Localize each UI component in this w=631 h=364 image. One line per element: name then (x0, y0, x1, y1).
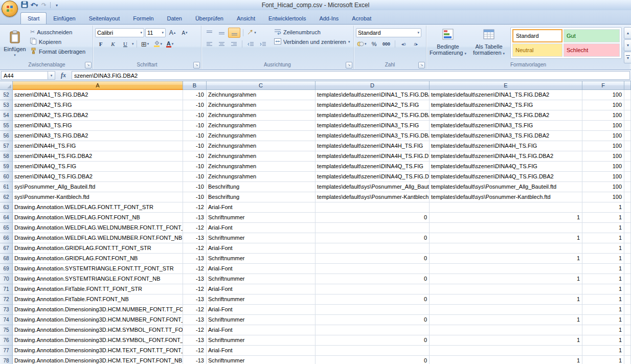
cell[interactable]: -10 (183, 192, 207, 202)
dialog-launcher-icon[interactable]: ↘ (346, 62, 352, 69)
cell[interactable]: -13 (183, 254, 207, 264)
cell[interactable] (316, 325, 430, 335)
cell[interactable]: 1 (430, 356, 582, 364)
grow-font-button[interactable]: A▴ (167, 28, 178, 37)
cell[interactable]: 1 (582, 305, 624, 315)
cell[interactable]: templates\default\szenen\DINA3_TS.FIG (430, 121, 582, 131)
cell[interactable]: templates\default\sys\Posnummer_Allg_Bau… (430, 182, 582, 192)
column-header-E[interactable]: E (430, 81, 582, 90)
cell[interactable]: -10 (183, 141, 207, 151)
borders-button[interactable]: ⊞▾ (140, 39, 151, 49)
dialog-launcher-icon[interactable]: ↘ (193, 62, 200, 69)
cell[interactable]: 1 (582, 213, 624, 223)
column-header-B[interactable]: B (183, 81, 207, 90)
cell[interactable]: 1 (582, 315, 624, 325)
row-header[interactable]: 68 (0, 254, 13, 264)
cut-button[interactable]: ✂ Ausschneiden (29, 27, 87, 37)
cell[interactable]: -10 (183, 131, 207, 141)
style-cell-neutral[interactable]: Neutral (512, 43, 562, 57)
align-right-button[interactable] (228, 39, 239, 49)
row-header[interactable]: 67 (0, 243, 13, 254)
customize-qat-button[interactable]: ▾ (53, 1, 61, 9)
cell[interactable] (624, 151, 631, 162)
column-header-F[interactable]: F (582, 81, 624, 90)
row-header[interactable]: 64 (0, 213, 13, 223)
cell[interactable] (430, 325, 582, 335)
cell[interactable]: 1 (582, 202, 624, 213)
orientation-button[interactable]: ▾ (246, 28, 257, 37)
style-cell-standard[interactable]: Standard (512, 29, 562, 42)
cell[interactable]: templates\default\szenen\DINA3_TS.FIG (316, 121, 430, 131)
cell[interactable]: Drawing.Annotation.Dimensioning3D.HCM.SY… (13, 325, 183, 335)
cell[interactable]: Beschriftung (207, 182, 316, 192)
cell[interactable]: Drawing.Annotation.SYSTEMTRIANGLE.FONT.F… (13, 274, 183, 284)
cell[interactable] (430, 346, 582, 356)
cell[interactable] (624, 90, 631, 100)
cell[interactable]: Schriftnummer (207, 356, 316, 364)
cell[interactable]: szenen\DINA4Q_TS.FIG (13, 162, 183, 172)
format-painter-button[interactable]: Format übertragen (29, 47, 87, 56)
cell[interactable]: 0 (316, 356, 430, 364)
row-header[interactable]: 60 (0, 172, 13, 182)
dialog-launcher-icon[interactable]: ↘ (418, 62, 425, 69)
select-all-corner[interactable] (0, 81, 13, 90)
row-header[interactable]: 78 (0, 356, 13, 364)
row-header[interactable]: 75 (0, 325, 13, 335)
cell[interactable] (624, 172, 631, 182)
row-header[interactable]: 62 (0, 192, 13, 202)
cell[interactable]: 100 (582, 131, 624, 141)
cell[interactable]: Drawing.Annotation.GRIDFLAG.FONT.TT_FONT… (13, 243, 183, 254)
gallery-scroll-down-button[interactable]: ▼ (624, 39, 631, 51)
bold-button[interactable]: F (95, 39, 106, 49)
cell[interactable]: Zeichnungsrahmen (207, 131, 316, 141)
cell[interactable]: 1 (582, 294, 624, 305)
shrink-font-button[interactable]: A▾ (179, 28, 190, 37)
cell[interactable]: Schriftnummer (207, 254, 316, 264)
cell[interactable]: szenen\DINA1_TS.FIG.DBA2 (13, 90, 183, 100)
row-header[interactable]: 66 (0, 233, 13, 243)
cell[interactable]: Drawing.Annotation.GRIDFLAG.FONT.FONT_NB (13, 254, 183, 264)
cell[interactable]: 1 (582, 243, 624, 254)
cell[interactable]: -13 (183, 274, 207, 284)
italic-button[interactable]: K (107, 39, 119, 49)
cell[interactable]: 0 (316, 294, 430, 305)
cell[interactable]: -12 (183, 243, 207, 254)
cell[interactable]: 1 (430, 335, 582, 346)
row-header[interactable]: 65 (0, 223, 13, 233)
name-box-dropdown[interactable]: ▾ (48, 71, 55, 80)
align-left-button[interactable] (204, 39, 215, 49)
cell[interactable]: templates\default\szenen\DINA1_TS.FIG.DB… (430, 90, 582, 100)
cell[interactable]: -10 (183, 151, 207, 162)
cell[interactable]: 100 (582, 90, 624, 100)
cell[interactable] (430, 202, 582, 213)
cell[interactable]: 1 (582, 325, 624, 335)
cell[interactable] (624, 182, 631, 192)
cell[interactable] (430, 243, 582, 254)
cell[interactable]: szenen\DINA4H_TS.FIG (13, 141, 183, 151)
cell[interactable]: Arial-Font (207, 223, 316, 233)
cell[interactable]: Arial-Font (207, 243, 316, 254)
style-cell-schlecht[interactable]: Schlecht (564, 43, 620, 57)
decrease-indent-button[interactable] (245, 39, 256, 49)
cell[interactable] (624, 315, 631, 325)
cell[interactable]: templates\default\sys\Posnummer-Kantblec… (316, 192, 430, 202)
cell[interactable]: 1 (430, 233, 582, 243)
align-top-button[interactable] (204, 28, 215, 37)
cell[interactable]: Arial-Font (207, 305, 316, 315)
cell[interactable] (624, 284, 631, 294)
cell[interactable]: 1 (582, 223, 624, 233)
row-header[interactable]: 63 (0, 202, 13, 213)
cell[interactable]: Drawing.Annotation.FitTable.FONT.FONT_NB (13, 294, 183, 305)
cell[interactable]: -10 (183, 172, 207, 182)
cell[interactable]: szenen\DINA3_TS.FIG.DBA2 (13, 131, 183, 141)
cell[interactable] (624, 131, 631, 141)
cell[interactable] (316, 202, 430, 213)
cell[interactable]: -13 (183, 294, 207, 305)
cell[interactable]: Drawing.Annotation.WELDFLAG.FONT.FONT_NB (13, 213, 183, 223)
cell[interactable] (624, 121, 631, 131)
cell[interactable]: Arial-Font (207, 284, 316, 294)
paste-button[interactable]: Einfügen ▾ (3, 27, 27, 60)
cell[interactable] (624, 294, 631, 305)
cell[interactable]: -13 (183, 335, 207, 346)
cell[interactable] (316, 264, 430, 274)
